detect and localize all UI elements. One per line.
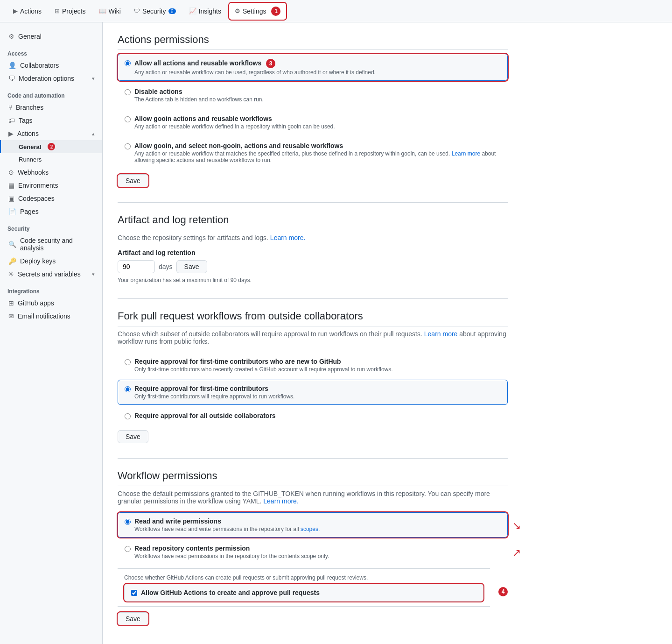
sidebar-secrets-label: Secrets and variables — [18, 270, 81, 278]
actions-sidebar-icon: ▶ — [8, 130, 14, 137]
sidebar-branches-label: Branches — [16, 104, 43, 111]
radio-read-only[interactable]: Read repository contents permission Work… — [118, 539, 508, 565]
nav-insights-label: Insights — [199, 7, 221, 15]
sidebar-collaborators-label: Collaborators — [20, 62, 59, 69]
radio-read-only-input[interactable] — [125, 546, 131, 552]
radio-disable-desc: The Actions tab is hidden and no workflo… — [134, 96, 264, 103]
nav-insights[interactable]: 📈 Insights — [183, 4, 227, 19]
environments-icon: ▦ — [8, 182, 14, 189]
sidebar-item-general[interactable]: ⚙ General — [0, 30, 102, 43]
sidebar-item-webhooks[interactable]: ⊙ Webhooks — [0, 166, 102, 179]
sidebar-webhooks-label: Webhooks — [18, 169, 49, 176]
sidebar-actions-label: Actions — [17, 130, 39, 137]
scopes-link[interactable]: scopes — [301, 526, 318, 532]
sidebar-item-email-notifications[interactable]: ✉ Email notifications — [0, 310, 102, 323]
sidebar-item-runners[interactable]: Runners — [0, 153, 102, 166]
sidebar-tags-label: Tags — [19, 117, 33, 124]
radio-read-write-input[interactable] — [125, 519, 131, 525]
page-layout: ⚙ General Access 👤 Collaborators 🗨 Moder… — [0, 22, 672, 644]
fork-learn-more-link[interactable]: Learn more — [424, 330, 458, 338]
radio-disable-actions[interactable]: Disable actions The Actions tab is hidde… — [118, 83, 508, 108]
radio-gooin-select-input[interactable] — [125, 143, 131, 149]
nav-projects-label: Projects — [62, 7, 86, 15]
tags-icon: 🏷 — [8, 117, 15, 124]
radio-allow-all-input[interactable] — [125, 60, 131, 66]
radio-require-first-time-input[interactable] — [125, 386, 131, 392]
actions-chevron: ▴ — [92, 131, 95, 137]
radio-allow-gooin-select[interactable]: Allow gooin, and select non-gooin, actio… — [118, 137, 508, 169]
actions-permissions-save-button[interactable]: Save — [118, 174, 148, 187]
radio-disable-input[interactable] — [125, 89, 131, 95]
radio-gooin-input[interactable] — [125, 116, 131, 122]
radio-allow-gooin[interactable]: Allow gooin actions and reusable workflo… — [118, 110, 508, 135]
radio-allow-all[interactable]: Allow all actions and reusable workflows… — [118, 54, 508, 81]
fork-pull-title: Fork pull request workflows from outside… — [118, 310, 508, 326]
artifact-title: Artifact and log retention — [118, 214, 508, 230]
sidebar-item-codespaces[interactable]: ▣ Codespaces — [0, 192, 102, 205]
artifact-learn-more-link[interactable]: Learn more. — [270, 234, 305, 241]
fork-pull-desc: Choose which subset of outside collabora… — [118, 330, 508, 345]
sidebar-item-moderation[interactable]: 🗨 Moderation options ▾ — [0, 72, 102, 85]
top-nav: ▶ Actions ⊞ Projects 📖 Wiki 🛡 Security 6… — [0, 0, 672, 22]
sidebar-item-collaborators[interactable]: 👤 Collaborators — [0, 59, 102, 72]
radio-require-all[interactable]: Require approval for all outside collabo… — [118, 407, 508, 425]
sidebar-item-code-security[interactable]: 🔍 Code security and analysis — [0, 234, 102, 255]
sidebar-github-apps-label: GitHub apps — [18, 299, 54, 307]
nav-security-label: Security — [142, 7, 166, 15]
sidebar-item-general-sub[interactable]: General 2 — [0, 140, 102, 153]
artifact-days-input[interactable] — [118, 260, 155, 273]
learn-more-actions-link[interactable]: Learn more — [452, 150, 480, 157]
secrets-icon: ✳ — [8, 270, 14, 278]
artifact-save-button[interactable]: Save — [176, 260, 207, 273]
nav-actions[interactable]: ▶ Actions — [7, 4, 47, 19]
insights-icon: 📈 — [189, 7, 196, 14]
sidebar-item-secrets[interactable]: ✳ Secrets and variables ▾ — [0, 268, 102, 281]
code-security-icon: 🔍 — [8, 241, 16, 248]
sidebar-moderation-label: Moderation options — [19, 75, 74, 82]
nav-wiki[interactable]: 📖 Wiki — [93, 4, 126, 19]
sidebar-group-code-auto: Code and automation — [0, 85, 102, 101]
nav-wiki-label: Wiki — [109, 7, 121, 15]
artifact-subsection-label: Artifact and log retention — [118, 249, 508, 256]
sidebar-group-security: Security — [0, 218, 102, 234]
workflow-learn-more-link[interactable]: Learn more. — [263, 497, 298, 505]
radio-allow-all-label: Allow all actions and reusable workflows… — [134, 59, 376, 68]
sidebar-item-github-apps[interactable]: ⊞ GitHub apps — [0, 297, 102, 310]
sidebar-group-integrations: Integrations — [0, 281, 102, 297]
workflow-permissions-desc: Choose the default permissions granted t… — [118, 490, 508, 505]
nav-settings-label: Settings — [243, 7, 266, 15]
nav-projects[interactable]: ⊞ Projects — [49, 4, 91, 19]
workflow-permissions-save-button[interactable]: Save — [118, 612, 148, 625]
sidebar-item-deploy-keys[interactable]: 🔑 Deploy keys — [0, 255, 102, 268]
fork-pull-save-button[interactable]: Save — [118, 430, 148, 443]
radio-disable-label: Disable actions — [134, 88, 264, 95]
nav-security[interactable]: 🛡 Security 6 — [128, 4, 182, 19]
artifact-days-suffix: days — [159, 263, 173, 270]
radio-require-new-github-input[interactable] — [125, 359, 131, 365]
radio-gooin-label: Allow gooin actions and reusable workflo… — [134, 115, 335, 122]
artifact-helper: Your organization has set a maximum limi… — [118, 277, 508, 283]
nav-settings[interactable]: ⚙ Settings 1 — [229, 2, 287, 20]
sidebar-item-tags[interactable]: 🏷 Tags — [0, 114, 102, 127]
sidebar-item-pages[interactable]: 📄 Pages — [0, 205, 102, 218]
actions-permissions-section: Actions permissions Allow all actions an… — [118, 34, 508, 187]
fork-pull-section: Fork pull request workflows from outside… — [118, 310, 508, 443]
sidebar-item-branches[interactable]: ⑂ Branches — [0, 101, 102, 114]
security-icon: 🛡 — [134, 7, 140, 14]
actions-icon: ▶ — [13, 7, 18, 14]
radio-require-new-github[interactable]: Require approval for first-time contribu… — [118, 353, 508, 378]
radio-require-all-input[interactable] — [125, 413, 131, 419]
radio-read-write[interactable]: Read and write permissions Workflows hav… — [118, 512, 508, 538]
workflow-permissions-title: Workflow permissions — [118, 470, 508, 486]
moderation-icon: 🗨 — [8, 75, 15, 82]
radio-gooin-desc: Any action or reusable workflow defined … — [134, 123, 335, 130]
github-apps-icon: ⊞ — [8, 299, 14, 307]
sidebar-item-environments[interactable]: ▦ Environments — [0, 179, 102, 192]
radio-require-first-time[interactable]: Require approval for first-time contribu… — [118, 380, 508, 405]
sidebar-item-actions[interactable]: ▶ Actions ▴ — [0, 127, 102, 140]
moderation-chevron: ▾ — [92, 76, 95, 82]
branches-icon: ⑂ — [8, 104, 12, 111]
workflow-create-pr-checkbox[interactable] — [131, 590, 137, 596]
radio-require-all-label: Require approval for all outside collabo… — [134, 412, 276, 419]
arrow-annotation-4a: ↘ — [512, 521, 521, 531]
